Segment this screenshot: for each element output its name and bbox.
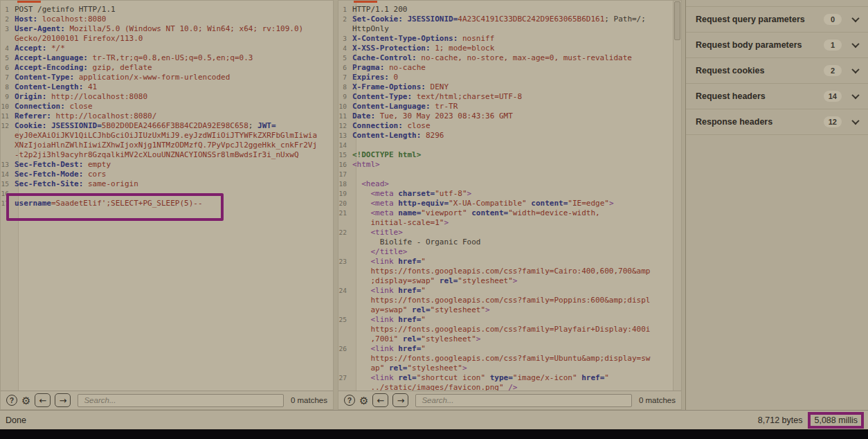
line-number: 1 <box>1 5 15 15</box>
line-number: 23 <box>338 257 352 267</box>
help-icon[interactable]: ? <box>344 395 355 406</box>
line-number: 16 <box>338 160 352 170</box>
line-number <box>338 247 352 257</box>
response-search-input[interactable] <box>415 394 631 407</box>
line-number: 4 <box>1 44 15 53</box>
response-match-count: 0 matches <box>639 396 676 404</box>
inspector-item-request-headers[interactable]: Request headers14 <box>686 84 868 109</box>
count-badge: 0 <box>824 14 842 25</box>
line-number: 24 <box>338 286 352 296</box>
line-number: 5 <box>1 53 15 63</box>
line-number: 12 <box>1 121 15 131</box>
code-text: <link href=" <box>352 315 426 325</box>
code-text: <link href=" <box>352 344 426 354</box>
line-number: 2 <box>338 15 352 24</box>
inspector-item-response-headers[interactable]: Response headers12 <box>686 109 868 135</box>
code-text: Cookie: JSESSIONID=5B02D0DEA24666F3B84C2… <box>15 121 276 131</box>
code-line: ;display=swap" rel="stylesheet"> <box>338 276 681 286</box>
chevron-down-icon <box>851 15 859 22</box>
code-text: Accept-Language: tr-TR,tr;q=0.8,en-US;q=… <box>15 53 253 63</box>
line-number: 26 <box>338 344 352 354</box>
code-line: 7Expires: 0 <box>338 73 681 82</box>
next-match-button[interactable]: → <box>55 393 71 407</box>
chevron-down-icon <box>851 91 859 99</box>
code-line: ../static/images/favicon.png" /> <box>338 383 681 391</box>
request-search-input[interactable] <box>78 394 283 407</box>
code-text: ;display=swap" rel="stylesheet"> <box>352 276 517 286</box>
line-number: 11 <box>338 111 352 121</box>
line-number <box>338 276 352 286</box>
code-text: <!DOCTYPE html> <box>352 150 421 160</box>
code-line: ap" rel="stylesheet"> <box>338 364 681 373</box>
line-number <box>338 267 352 276</box>
code-text: <meta name="viewport" content="width=dev… <box>352 208 600 218</box>
previous-match-button[interactable]: ← <box>35 393 51 407</box>
response-scrollbar[interactable] <box>673 1 681 391</box>
line-number: 12 <box>338 121 352 131</box>
code-line: 2Set-Cookie: JSESSIONID=4A23C4191C33DBC2… <box>338 15 681 24</box>
previous-match-button[interactable]: ← <box>372 393 388 407</box>
response-editor[interactable]: 1HTTP/1.1 2002Set-Cookie: JSESSIONID=4A2… <box>338 1 681 391</box>
code-text: Accept-Encoding: gzip, deflate <box>15 63 152 73</box>
request-search-bar: ? ⚙ ← → 0 matches <box>1 391 333 409</box>
code-line: 14Sec-Fetch-Mode: cors <box>1 170 333 179</box>
code-text: Set-Cookie: JSESSIONID=4A23C4191C33DBC24… <box>352 15 646 24</box>
code-line: Gecko/20100101 Firefox/113.0 <box>1 34 333 44</box>
inspector-item-request-body-parameters[interactable]: Request body parameters1 <box>686 33 868 58</box>
inspector-item-request-cookies[interactable]: Request cookies2 <box>686 58 868 84</box>
code-text: Gecko/20100101 Firefox/113.0 <box>15 34 143 44</box>
code-text: Connection: close <box>352 121 431 131</box>
inspector-sidebar: Request attributes2Request query paramet… <box>685 0 868 410</box>
line-number: 10 <box>338 102 352 111</box>
code-line: 20 <meta http-equiv="X-UA-Compatible" co… <box>338 199 681 208</box>
code-text: https://fonts.googleapis.com/css?family=… <box>352 296 650 305</box>
code-text: Sec-Fetch-Mode: cors <box>15 170 106 179</box>
inspector-item-label: Request headers <box>696 91 818 101</box>
inspector-item-label: Response headers <box>696 117 818 127</box>
code-line: 9Origin: http://localhost:8080 <box>1 92 333 102</box>
line-number: 22 <box>338 228 352 238</box>
inspector-item-request-query-parameters[interactable]: Request query parameters0 <box>686 7 868 33</box>
code-text: https://fonts.googleapis.com/css?family=… <box>352 325 650 334</box>
line-number: 1 <box>338 5 352 15</box>
scrollbar-thumb[interactable] <box>674 1 680 40</box>
response-panel: 1HTTP/1.1 2002Set-Cookie: JSESSIONID=4A2… <box>338 0 682 410</box>
line-number: 11 <box>1 111 15 121</box>
next-match-button[interactable]: → <box>392 393 408 407</box>
line-number: 15 <box>1 179 15 189</box>
gear-icon[interactable]: ⚙ <box>359 395 368 406</box>
code-text: -t2p2ji3hl9acyhr8GzqalkiMV2cXLouUNZNACYI… <box>15 150 299 160</box>
line-number: 27 <box>338 373 352 383</box>
code-line: XNzIjoiaHlnZWlhIiwiZXhwIjoxNjg1NTMzODMzf… <box>1 141 333 150</box>
line-number <box>338 334 352 344</box>
line-number: 25 <box>338 315 352 325</box>
line-number <box>1 141 15 150</box>
code-text: ../static/images/favicon.png" /> <box>352 383 517 391</box>
response-bytes: 8,712 bytes <box>758 415 803 425</box>
inspector-item-request-attributes[interactable]: Request attributes2 <box>686 0 868 7</box>
code-line: https://fonts.googleapis.com/css?family=… <box>338 296 681 305</box>
request-editor[interactable]: 1POST /getinfo HTTP/1.12Host: localhost:… <box>1 1 333 391</box>
line-number: 9 <box>1 92 15 102</box>
code-text: X-Content-Type-Options: nosniff <box>352 34 494 44</box>
response-code: 1HTTP/1.1 2002Set-Cookie: JSESSIONID=4A2… <box>338 5 681 391</box>
gear-icon[interactable]: ⚙ <box>21 395 30 406</box>
code-line: 23 <link href=" <box>338 257 681 267</box>
help-icon[interactable]: ? <box>6 395 17 406</box>
bottom-dark-band <box>0 429 868 439</box>
chevron-down-icon <box>851 40 859 48</box>
code-line: 16<html> <box>338 160 681 170</box>
code-line: 27 <link rel="shortcut icon" type="image… <box>338 373 681 383</box>
code-line: 4X-XSS-Protection: 1; mode=block <box>338 44 681 53</box>
code-line: 11Date: Tue, 30 May 2023 08:43:36 GMT <box>338 111 681 121</box>
code-line: 5Accept-Language: tr-TR,tr;q=0.8,en-US;q… <box>1 53 333 63</box>
line-number: 13 <box>338 131 352 141</box>
line-number: 5 <box>338 53 352 63</box>
line-number: 6 <box>1 63 15 73</box>
count-badge: 14 <box>824 91 842 102</box>
line-number: 8 <box>338 82 352 92</box>
code-text: Cache-Control: no-cache, no-store, max-a… <box>352 53 632 63</box>
code-text: </title> <box>352 247 407 257</box>
code-line: 5Cache-Control: no-cache, no-store, max-… <box>338 53 681 63</box>
code-text: HTTP/1.1 200 <box>352 5 407 15</box>
